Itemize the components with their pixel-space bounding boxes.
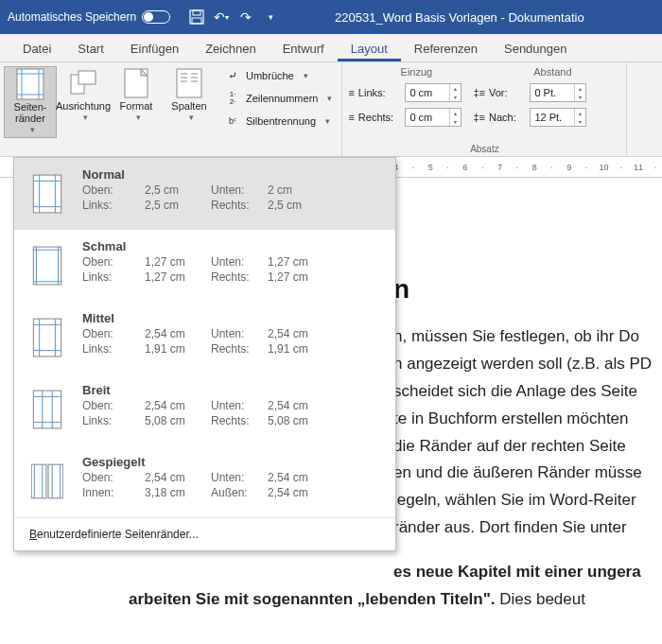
hyphenation-button[interactable]: bᶜ Silbentrennung ▾ [219,112,338,131]
preset-field-value: 2,5 cm [268,199,324,212]
chevron-down-icon: ▾ [189,113,194,123]
preset-field-value: 2,54 cm [145,327,211,340]
body-line: arbeiten Sie mit sogenannten „lebenden T… [129,586,662,614]
undo-icon[interactable]: ↶▾ [214,9,229,25]
tab-einfügen[interactable]: Einfügen [117,36,192,61]
save-icon[interactable] [189,9,204,25]
preset-field-value: 2 cm [268,183,324,197]
size-button[interactable]: Format ▾ [110,66,163,125]
orientation-button[interactable]: Ausrichtung ▾ [57,66,110,125]
body-line: es neue Kapitel mit einer ungera [393,559,662,586]
preset-field-value: 2,54 cm [268,471,324,484]
breaks-button[interactable]: ⤶ Umbrüche ▾ [219,66,338,85]
indent-left-input[interactable]: 0 cm▴▾ [405,83,462,102]
preset-field-value: 2,54 cm [145,399,211,412]
preset-field-label: Oben: [82,327,145,340]
preset-field-label: Rechts: [211,414,268,427]
spinner-icon[interactable]: ▴▾ [574,84,585,101]
body-line: n, müssen Sie festlegen, ob ihr Do [393,323,662,351]
preset-field-value: 1,91 cm [268,342,324,356]
tab-datei[interactable]: Datei [9,36,64,61]
tab-entwurf[interactable]: Entwurf [270,36,338,61]
spacing-before-label: ‡≡Vor: [473,87,526,98]
preset-field-label: Oben: [82,399,145,412]
preset-title: Mittel [82,311,384,325]
margin-preset-schmal[interactable]: SchmalOben:1,27 cmUnten:1,27 cmLinks:1,2… [14,230,395,302]
margin-preset-icon [26,167,69,220]
toggle-switch-icon[interactable] [142,10,170,24]
ruler-mark: · [407,163,419,172]
margins-button[interactable]: Seiten- ränder ▾ [4,66,57,138]
spinner-icon[interactable]: ▴▾ [449,84,461,101]
line-numbers-button[interactable]: 1·2· Zeilennummern ▾ [219,89,338,108]
margin-preset-mittel[interactable]: MittelOben:2,54 cmUnten:2,54 cmLinks:1,9… [14,302,395,374]
breaks-icon: ⤶ [225,68,240,83]
ruler-mark: · [650,163,662,172]
tab-start[interactable]: Start [64,36,116,61]
columns-button[interactable]: Spalten ▾ [163,66,216,125]
svg-rect-9 [78,71,96,84]
tab-sendungen[interactable]: Sendungen [491,36,581,61]
chevron-down-icon: ▾ [30,126,35,135]
chevron-down-icon: ▾ [325,116,330,126]
indent-right-input[interactable]: 0 cm▴▾ [405,108,462,127]
indent-left-icon: ≡ [348,87,354,98]
spinner-icon[interactable]: ▴▾ [574,109,585,126]
preset-field-value: 5,08 cm [145,414,211,427]
margins-label: Seiten- ränder [14,101,47,124]
tab-layout[interactable]: Layout [338,36,401,61]
ruler-mark: · [477,163,489,172]
preset-field-value: 1,27 cm [145,255,211,269]
indent-left-label: ≡Links: [348,87,401,98]
preset-title: Breit [82,383,384,397]
preset-field-value: 1,91 cm [145,342,211,356]
ruler-mark: · [580,163,592,172]
document-title: 220531_Word Basis Vorlagen - Dokumentati… [335,10,584,25]
hyphenation-label: Silbentrennung [246,115,316,127]
tab-zeichnen[interactable]: Zeichnen [192,36,269,61]
columns-label: Spalten [171,100,206,112]
indent-header: Einzug [348,66,484,78]
preset-field-value: 1,27 cm [268,270,324,284]
custom-margins-button[interactable]: Benutzerdefinierte Seitenränder... [14,517,395,550]
preset-field-value: 2,54 cm [145,471,211,484]
paragraph-group-label: Absatz [348,144,620,156]
preset-field-label: Links: [82,414,145,427]
ruler-mark: · [615,163,627,172]
preset-field-label: Unten: [211,183,268,197]
ribbon-tabs: DateiStartEinfügenZeichnenEntwurfLayoutR… [0,34,662,62]
spinner-icon[interactable]: ▴▾ [449,109,461,126]
body-line: iegeln, wählen Sie im Word-Reiter [393,487,662,514]
tab-referenzen[interactable]: Referenzen [401,36,491,61]
page-heading: n [393,274,662,305]
line-numbers-icon: 1·2· [225,91,240,106]
svg-rect-1 [193,10,200,15]
svg-rect-11 [177,69,201,97]
autosave-toggle[interactable]: Automatisches Speichern [8,10,170,24]
margin-preset-gespiegelt[interactable]: GespiegeltOben:2,54 cmUnten:2,54 cmInnen… [14,445,395,517]
spacing-before-input[interactable]: 0 Pt.▴▾ [530,83,586,102]
svg-rect-39 [48,464,63,498]
margin-preset-normal[interactable]: NormalOben:2,5 cmUnten:2 cmLinks:2,5 cmR… [14,158,395,230]
body-line: en und die äußeren Ränder müsse [393,460,662,487]
spacing-after-input[interactable]: 12 Pt.▴▾ [530,108,586,127]
indent-right-icon: ≡ [348,112,354,123]
preset-field-label: Unten: [211,327,268,340]
preset-field-label: Rechts: [211,199,268,212]
body-line: n angezeigt werden soll (z.B. als PD [393,351,662,378]
qat-dropdown-icon[interactable]: ▾ [263,9,278,25]
preset-field-label: Oben: [82,183,145,197]
size-label: Format [120,100,153,112]
redo-icon[interactable]: ↷ [238,9,253,25]
title-bar: Automatisches Speichern ↶▾ ↷ ▾ 220531_Wo… [0,0,662,34]
body-line: die Ränder auf der rechten Seite [393,433,662,461]
margin-preset-icon [26,455,69,508]
spacing-after-label: ‡≡Nach: [473,112,526,123]
margin-preset-breit[interactable]: BreitOben:2,54 cmUnten:2,54 cmLinks:5,08… [14,374,395,445]
quick-access-toolbar: ↶▾ ↷ ▾ [189,9,278,25]
preset-field-label: Links: [82,270,145,284]
spacing-header: Abstand [484,66,620,78]
margin-preset-icon [26,239,69,292]
preset-field-value: 2,54 cm [268,327,324,340]
ruler-mark: 6 [459,163,471,172]
